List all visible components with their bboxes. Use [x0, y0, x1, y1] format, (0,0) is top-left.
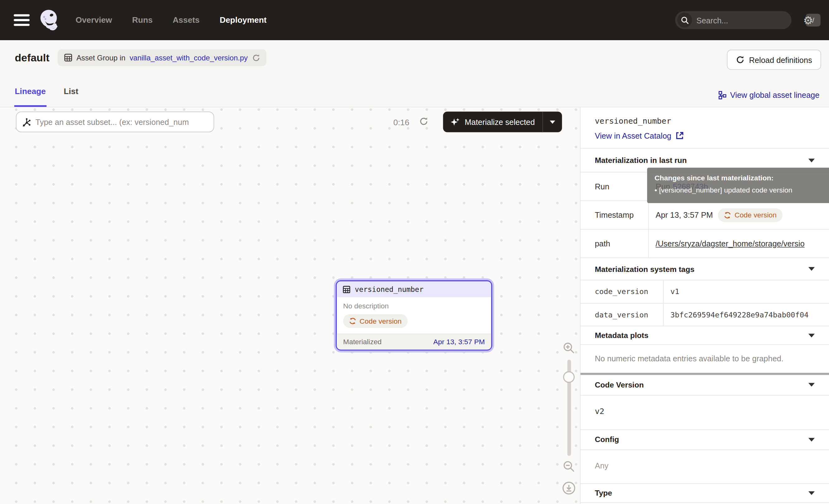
collapse-caret-icon [808, 333, 815, 337]
node-code-version-badge: Code version [343, 314, 407, 328]
collapse-caret-icon [808, 267, 815, 271]
settings-gear-icon[interactable]: ⚙ [803, 15, 813, 26]
lineage-canvas[interactable]: 0:16 Materialize selected [0, 107, 580, 504]
zoom-slider[interactable] [561, 359, 577, 456]
node-badge-label: Code version [359, 317, 401, 325]
refresh-icon[interactable] [252, 53, 260, 61]
dagster-logo-icon[interactable] [38, 8, 61, 32]
section-title: Code Version [595, 380, 644, 389]
metadata-plots-empty-text: No numeric metadata entries available to… [580, 344, 829, 373]
table-row-path: path /Users/sryza/dagster_home/storage/v… [580, 229, 829, 258]
asset-subset-input[interactable] [36, 117, 208, 127]
top-navbar: Overview Runs Assets Deployment / ⚙ [0, 0, 829, 40]
reload-definitions-label: Reload definitions [749, 55, 812, 64]
section-code-version[interactable]: Code Version [580, 375, 829, 395]
menu-icon[interactable] [14, 14, 30, 26]
changed-icon [724, 211, 731, 219]
breadcrumb-prefix: Asset Group in [76, 53, 125, 62]
catalog-link-label: View in Asset Catalog [595, 131, 672, 140]
nav-item-overview[interactable]: Overview [76, 15, 112, 25]
reload-definitions-button[interactable]: Reload definitions [727, 50, 821, 70]
section-title: Metadata plots [595, 331, 648, 339]
external-link-icon [676, 132, 683, 140]
tooltip-item: • [versioned_number] updated code versio… [655, 184, 829, 196]
section-title: Materialization in last run [595, 156, 687, 165]
asset-group-icon [64, 53, 72, 62]
section-title: Config [595, 435, 619, 443]
node-materialized-date[interactable]: Apr 13, 3:57 PM [433, 338, 485, 346]
row-label: Timestamp [580, 201, 648, 229]
panel-asset-name: versioned_number [595, 116, 815, 126]
code-version-badge: Code version [718, 208, 782, 222]
node-status: Materialized [343, 338, 382, 346]
collapse-caret-icon [808, 491, 815, 495]
row-label: path [580, 229, 648, 258]
tab-lineage[interactable]: Lineage [15, 86, 46, 107]
zoom-in-icon[interactable] [561, 342, 577, 355]
section-metadata-plots[interactable]: Metadata plots [580, 326, 829, 344]
table-row-data-version: data_version 3bfc269594ef649228e9a74bab0… [580, 303, 829, 326]
section-system-tags[interactable]: Materialization system tags [580, 258, 829, 280]
asset-graph-icon [22, 117, 31, 127]
tooltip-title: Changes since last materialization: [655, 172, 829, 184]
section-title: Materialization system tags [595, 265, 694, 273]
timestamp-value: Apr 13, 3:57 PM [655, 211, 713, 220]
config-value: Any [580, 449, 829, 483]
search-icon [677, 13, 692, 28]
row-label: Run [580, 172, 648, 200]
row-key: data_version [580, 303, 663, 326]
system-tags-table: code_version v1 data_version 3bfc269594e… [580, 280, 829, 326]
zoom-slider-handle[interactable] [563, 371, 575, 383]
asset-node-versioned-number[interactable]: versioned_number No description Code ver… [336, 280, 492, 351]
sparkle-icon [450, 117, 460, 127]
node-asset-name: versioned_number [355, 285, 424, 293]
asset-group-breadcrumb: Asset Group in vanilla_asset_with_code_v… [57, 49, 266, 66]
section-type[interactable]: Type [580, 483, 829, 503]
collapse-caret-icon [808, 438, 815, 441]
node-description: No description [343, 302, 485, 310]
section-title: Type [595, 489, 612, 497]
row-value: 3bfc269594ef649228e9a74bab00f04 [663, 303, 829, 326]
zoom-controls [561, 342, 577, 495]
view-tabs: Lineage List [15, 86, 78, 107]
row-key: code_version [580, 280, 663, 303]
view-global-label: View global asset lineage [730, 90, 820, 99]
materialize-label: Materialize selected [465, 117, 535, 127]
collapse-caret-icon [808, 158, 815, 162]
zoom-out-icon[interactable] [561, 460, 577, 473]
nav-item-deployment[interactable]: Deployment [220, 15, 266, 25]
view-in-asset-catalog-link[interactable]: View in Asset Catalog [595, 131, 684, 140]
row-value: v1 [663, 280, 829, 303]
page-header: default Asset Group in vanilla_asset_wit… [0, 40, 829, 107]
lineage-graph-icon [718, 91, 726, 99]
materialize-selected-button[interactable]: Materialize selected [443, 111, 562, 132]
tab-list[interactable]: List [64, 86, 78, 107]
page-title: default [15, 52, 49, 64]
view-global-asset-lineage-link[interactable]: View global asset lineage [718, 90, 819, 99]
breadcrumb-file-link[interactable]: vanilla_asset_with_code_version.py [130, 53, 248, 62]
badge-label: Code version [735, 211, 777, 219]
refresh-graph-icon[interactable] [419, 117, 428, 126]
section-config[interactable]: Config [580, 429, 829, 449]
changes-tooltip: Changes since last materialization: • [v… [647, 168, 829, 203]
dagster-app: Overview Runs Assets Deployment / ⚙ defa… [0, 0, 829, 504]
nav-item-assets[interactable]: Assets [173, 15, 200, 25]
asset-details-panel: versioned_number View in Asset Catalog M… [580, 107, 829, 504]
refresh-timer: 0:16 [393, 118, 409, 128]
global-search[interactable]: / [675, 11, 791, 29]
nav-item-runs[interactable]: Runs [132, 15, 153, 25]
download-image-icon[interactable] [561, 481, 577, 495]
nav-menu: Overview Runs Assets Deployment [76, 15, 266, 25]
changed-icon [349, 317, 356, 325]
table-icon [343, 285, 350, 293]
code-version-value: v2 [580, 395, 829, 429]
collapse-caret-icon [808, 383, 815, 387]
path-link[interactable]: /Users/sryza/dagster_home/storage/versio [655, 239, 804, 248]
table-row-code-version: code_version v1 [580, 280, 829, 303]
search-input[interactable] [692, 15, 806, 25]
table-row-timestamp: Timestamp Apr 13, 3:57 PM Code version [580, 201, 829, 229]
asset-subset-filter[interactable] [16, 111, 214, 132]
materialize-dropdown-caret[interactable] [543, 120, 562, 123]
